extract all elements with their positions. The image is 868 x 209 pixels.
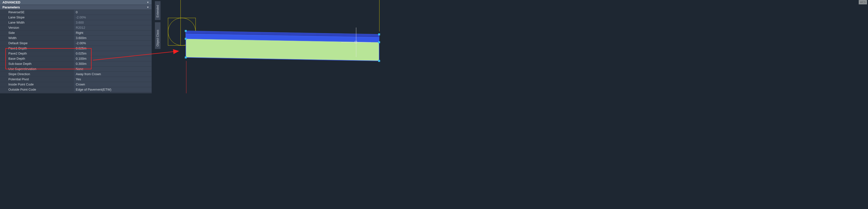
param-row[interactable]: Slope Direction Away from Crown (0, 72, 152, 77)
svg-rect-14 (185, 57, 187, 59)
param-value[interactable]: None (74, 67, 152, 71)
param-label: Default Slope (0, 41, 74, 46)
drawing-viewport[interactable]: Extended Object Class WCS (152, 0, 868, 93)
param-label: ReverseSE (0, 10, 74, 15)
param-label: Sub-base Depth (0, 61, 74, 66)
param-value[interactable]: Crown (74, 82, 152, 87)
svg-rect-15 (378, 60, 380, 62)
param-value[interactable]: Edge of Pavement(ETW) (74, 87, 152, 92)
param-value[interactable]: Away from Crown (74, 72, 152, 77)
section-header-advanced-label: ADVANCED (2, 0, 21, 4)
properties-panel: ADVANCED ▼ Parameters ▼ ReverseSE 0 Lane… (0, 0, 152, 93)
svg-rect-12 (185, 30, 187, 32)
param-label: Slope Direction (0, 72, 74, 77)
subassembly-section[interactable] (152, 0, 868, 93)
param-value[interactable]: 0 (74, 10, 152, 15)
svg-rect-16 (185, 38, 187, 40)
section-header-advanced[interactable]: ADVANCED ▼ (0, 0, 152, 5)
param-row[interactable]: Lane Width 3.600 (0, 20, 152, 25)
svg-rect-17 (378, 41, 380, 43)
param-row[interactable]: Default Slope -2.00% (0, 41, 152, 46)
param-row[interactable]: Width 3.600m (0, 36, 152, 41)
param-value: R2012 (74, 25, 152, 30)
param-label: Lane Width (0, 20, 74, 25)
param-label: Lane Slope (0, 15, 74, 20)
section-header-parameters[interactable]: Parameters ▼ (0, 5, 152, 10)
param-label: Use Superelevation (0, 67, 74, 71)
param-value[interactable]: 0.100m (74, 56, 152, 61)
param-row[interactable]: Version R2012 (0, 25, 152, 30)
param-row[interactable]: Inside Point Code Crown (0, 82, 152, 87)
param-row[interactable]: Potential Pivot Yes (0, 77, 152, 82)
param-row[interactable]: Base Depth 0.100m (0, 56, 152, 61)
svg-rect-13 (378, 33, 380, 35)
collapse-icon: ▼ (147, 1, 149, 4)
param-label: Potential Pivot (0, 77, 74, 82)
param-row[interactable]: Outside Point Code Edge of Pavement(ETW) (0, 87, 152, 92)
param-value[interactable]: 0.025m (74, 46, 152, 51)
param-label: Version (0, 25, 74, 30)
param-row[interactable]: Side Right (0, 30, 152, 36)
param-value[interactable]: -2.00% (74, 41, 152, 46)
param-row[interactable]: Sub-base Depth 0.300m (0, 61, 152, 67)
param-value[interactable]: 3.600m (74, 36, 152, 40)
param-value[interactable]: Right (74, 30, 152, 35)
svg-marker-10 (186, 39, 379, 61)
param-value[interactable]: Yes (74, 77, 152, 82)
section-header-parameters-label: Parameters (2, 5, 20, 9)
param-label: Width (0, 36, 74, 40)
param-row[interactable]: ReverseSE 0 (0, 10, 152, 15)
param-row[interactable]: Pave1 Depth 0.025m (0, 46, 152, 51)
param-row[interactable]: Lane Slope -2.00% (0, 15, 152, 20)
param-value: 3.600 (74, 20, 152, 25)
param-value: -2.00% (74, 15, 152, 20)
collapse-icon: ▼ (147, 6, 149, 9)
param-label: Pave2 Depth (0, 51, 74, 56)
param-label: Base Depth (0, 56, 74, 61)
param-label: Pave1 Depth (0, 46, 74, 51)
param-label: Outside Point Code (0, 87, 74, 92)
param-value[interactable]: 0.300m (74, 61, 152, 66)
param-row[interactable]: Pave2 Depth 0.025m (0, 51, 152, 56)
param-label: Inside Point Code (0, 82, 74, 87)
param-value[interactable]: 0.025m (74, 51, 152, 56)
param-row[interactable]: Use Superelevation None (0, 67, 152, 72)
param-label: Side (0, 30, 74, 35)
